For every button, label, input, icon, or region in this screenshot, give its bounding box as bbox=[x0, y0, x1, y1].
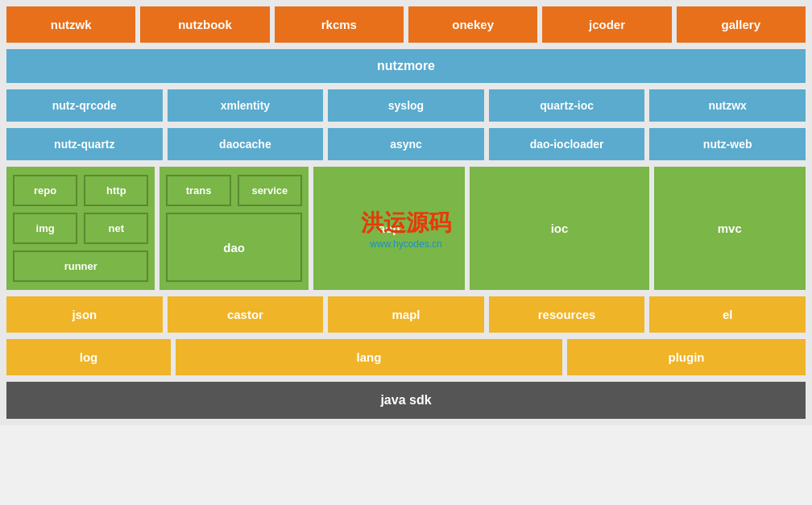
small-box-runner[interactable]: runner bbox=[13, 250, 148, 282]
yellow-btn-log[interactable]: log bbox=[6, 339, 171, 375]
top-btn-onekey[interactable]: onekey bbox=[408, 6, 537, 43]
blue-btn-nutzwx[interactable]: nutzwx bbox=[649, 89, 806, 122]
blue-btn-xmlentity[interactable]: xmlentity bbox=[168, 89, 324, 122]
top-btn-gallery[interactable]: gallery bbox=[677, 6, 806, 43]
blue-btn-dao-iocloader[interactable]: dao-iocloader bbox=[489, 128, 645, 160]
blue-row-1: nutz-qrcode xmlentity syslog quartz-ioc … bbox=[6, 89, 806, 122]
yellow-btn-resources[interactable]: resources bbox=[489, 296, 645, 333]
dao-box[interactable]: dao bbox=[166, 213, 301, 282]
yellow-btn-lang[interactable]: lang bbox=[176, 339, 562, 375]
top-btn-nutzwk[interactable]: nutzwk bbox=[6, 6, 135, 43]
yellow-btn-el[interactable]: el bbox=[649, 296, 806, 333]
green-panel-ioc: ioc bbox=[470, 167, 648, 290]
blue-btn-nutz-web[interactable]: nutz-web bbox=[649, 128, 806, 160]
blue-btn-daocache[interactable]: daocache bbox=[168, 128, 324, 160]
small-box-repo[interactable]: repo bbox=[13, 175, 77, 206]
small-box-net[interactable]: net bbox=[84, 213, 148, 244]
bottom-bar-javasdk: java sdk bbox=[6, 382, 806, 419]
trans-service-row: trans service bbox=[166, 175, 301, 206]
main-container: nutzwk nutzbook rkcms onekey jcoder gall… bbox=[0, 0, 812, 425]
blue-btn-nutz-quartz[interactable]: nutz-quartz bbox=[6, 128, 163, 160]
yellow-btn-plugin[interactable]: plugin bbox=[567, 339, 806, 375]
blue-btn-quartz-ioc[interactable]: quartz-ioc bbox=[489, 89, 645, 122]
top-orange-row: nutzwk nutzbook rkcms onekey jcoder gall… bbox=[6, 6, 806, 43]
small-box-http[interactable]: http bbox=[84, 175, 148, 206]
yellow-btn-json[interactable]: json bbox=[6, 296, 163, 333]
blue-row-2: nutz-quartz daocache async dao-iocloader… bbox=[6, 128, 806, 160]
small-box-img[interactable]: img bbox=[13, 213, 77, 244]
yellow-row-1: json castor mapl resources el bbox=[6, 296, 806, 333]
mvc-label: mvc bbox=[718, 221, 742, 235]
ioc-label: ioc bbox=[551, 221, 569, 235]
nutzmore-bar: nutzmore bbox=[6, 49, 806, 83]
small-box-trans[interactable]: trans bbox=[166, 175, 230, 206]
blue-btn-async[interactable]: async bbox=[328, 128, 484, 160]
green-row: repo http img net runner trans service d… bbox=[6, 167, 806, 290]
blue-btn-nutz-qrcode[interactable]: nutz-qrcode bbox=[6, 89, 163, 122]
top-btn-jcoder[interactable]: jcoder bbox=[542, 6, 671, 43]
yellow-btn-mapl[interactable]: mapl bbox=[328, 296, 484, 333]
small-grid: repo http img net runner bbox=[13, 175, 148, 282]
blue-btn-syslog[interactable]: syslog bbox=[328, 89, 484, 122]
top-btn-rkcms[interactable]: rkcms bbox=[275, 6, 404, 43]
green-section-wrapper: repo http img net runner trans service d… bbox=[6, 167, 806, 290]
aop-label: aop bbox=[379, 221, 400, 235]
green-panel-col2: trans service dao bbox=[160, 167, 308, 290]
green-panel-aop: aop bbox=[313, 167, 465, 290]
green-panel-mvc: mvc bbox=[654, 167, 806, 290]
yellow-btn-castor[interactable]: castor bbox=[168, 296, 324, 333]
small-box-service[interactable]: service bbox=[238, 175, 302, 206]
yellow-row-2: log lang plugin bbox=[6, 339, 806, 375]
top-btn-nutzbook[interactable]: nutzbook bbox=[140, 6, 269, 43]
green-panel-col1: repo http img net runner bbox=[6, 167, 155, 290]
